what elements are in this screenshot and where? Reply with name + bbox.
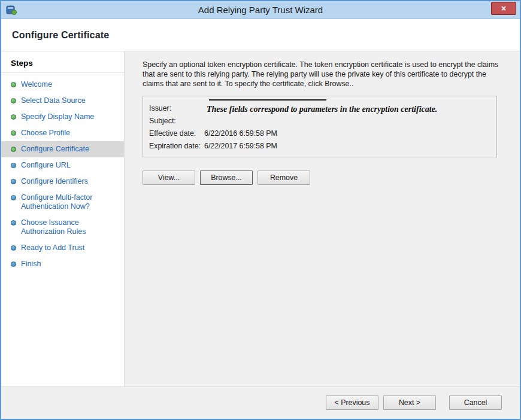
remove-button[interactable]: Remove (258, 171, 310, 185)
close-button[interactable]: × (491, 2, 516, 15)
main-content: Specify an optional token encryption cer… (125, 51, 520, 386)
redaction-line (209, 99, 326, 101)
step-label: Configure Identifiers (21, 177, 88, 186)
wizard-window: Add Relying Party Trust Wizard × Configu… (0, 0, 521, 420)
step-label: Configure Certificate (21, 145, 89, 154)
expiration-date-value: 6/22/2017 6:59:58 PM (204, 142, 277, 150)
step-status-icon (11, 147, 16, 152)
steps-sidebar: Steps WelcomeSelect Data SourceSpecify D… (1, 51, 125, 386)
sidebar-step[interactable]: Choose Profile (1, 125, 124, 141)
effective-date-value: 6/22/2016 6:59:58 PM (204, 129, 277, 138)
step-status-icon (11, 114, 16, 120)
step-description: Specify an optional token encryption cer… (143, 60, 502, 89)
step-status-icon (11, 261, 16, 267)
effective-date-label: Effective date: (149, 129, 204, 138)
subject-label: Subject: (149, 117, 204, 125)
sidebar-step[interactable]: Configure Certificate (1, 141, 124, 157)
sidebar-step[interactable]: Welcome (1, 77, 124, 93)
step-label: Configure URL (21, 161, 71, 170)
expiration-date-row: Expiration date: 6/22/2017 6:59:58 PM (149, 139, 490, 152)
step-status-icon (11, 130, 16, 136)
subject-row: Subject: (149, 114, 490, 127)
step-label: Ready to Add Trust (21, 244, 84, 252)
step-label: Welcome (21, 80, 52, 89)
sidebar-step[interactable]: Specify Display Name (1, 109, 124, 125)
step-status-icon (11, 179, 16, 184)
wizard-footer: < Previous Next > Cancel (1, 386, 520, 418)
step-label: Choose Profile (21, 129, 70, 138)
title-bar: Add Relying Party Trust Wizard × (1, 1, 520, 19)
sidebar-step[interactable]: Configure Identifiers (1, 174, 124, 190)
cancel-button[interactable]: Cancel (449, 395, 502, 410)
sidebar-step[interactable]: Ready to Add Trust (1, 240, 124, 256)
steps-list: WelcomeSelect Data SourceSpecify Display… (1, 77, 124, 272)
sidebar-step[interactable]: Configure URL (1, 157, 124, 174)
sidebar-step[interactable]: Choose Issuance Authorization Rules (1, 215, 124, 240)
step-status-icon (11, 163, 16, 168)
step-label: Configure Multi-factor Authentication No… (21, 193, 119, 211)
wizard-icon (6, 5, 17, 16)
step-status-icon (11, 98, 16, 104)
annotation-note: These fields correspond to parameters in… (207, 105, 488, 114)
step-label: Finish (21, 260, 41, 269)
effective-date-row: Effective date: 6/22/2016 6:59:58 PM (149, 127, 490, 139)
window-title: Add Relying Party Trust Wizard (1, 5, 520, 15)
step-status-icon (11, 82, 16, 87)
step-status-icon (11, 220, 16, 226)
step-label: Choose Issuance Authorization Rules (21, 218, 119, 236)
step-label: Specify Display Name (21, 112, 94, 121)
previous-button[interactable]: < Previous (326, 395, 378, 410)
sidebar-step[interactable]: Select Data Source (1, 93, 124, 109)
step-status-icon (11, 245, 16, 251)
browse-button[interactable]: Browse... (200, 171, 253, 185)
sidebar-step[interactable]: Finish (1, 256, 124, 272)
certificate-box: These fields correspond to parameters in… (143, 96, 497, 157)
page-title: Configure Certificate (12, 30, 109, 41)
sidebar-step[interactable]: Configure Multi-factor Authentication No… (1, 190, 124, 215)
certificate-actions: View... Browse... Remove (143, 171, 502, 185)
page-header: Configure Certificate (1, 19, 520, 51)
expiration-date-label: Expiration date: (149, 142, 204, 150)
step-status-icon (11, 195, 16, 200)
issuer-label: Issuer: (149, 104, 204, 112)
steps-heading: Steps (1, 56, 124, 73)
next-button[interactable]: Next > (383, 395, 436, 410)
step-label: Select Data Source (21, 96, 86, 105)
view-button[interactable]: View... (143, 171, 195, 185)
